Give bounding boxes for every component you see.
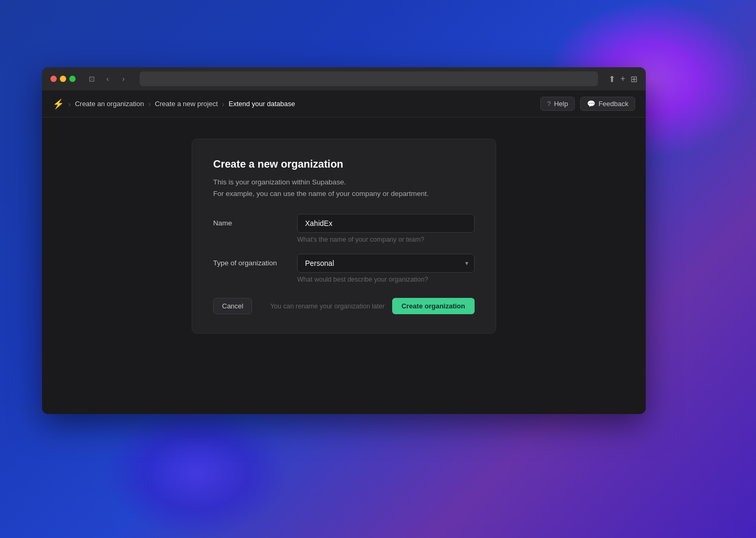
minimize-button[interactable]	[60, 76, 66, 82]
type-select[interactable]: Personal Company Team Education	[297, 254, 475, 273]
share-button[interactable]: ⬆	[608, 74, 615, 84]
card-description: This is your organization within Supabas…	[213, 177, 475, 199]
close-button[interactable]	[50, 76, 57, 82]
forward-button[interactable]: ›	[118, 73, 129, 85]
grid-button[interactable]: ⊞	[631, 74, 637, 84]
traffic-lights	[50, 76, 76, 82]
browser-titlebar: ⊡ ‹ › ⬆ + ⊞	[42, 67, 646, 90]
type-field-row: Type of organization Personal Company Te…	[213, 254, 475, 283]
name-input[interactable]	[297, 214, 475, 233]
type-hint: What would best describe your organizati…	[297, 276, 475, 283]
card-title: Create a new organization	[213, 158, 475, 170]
supabase-logo[interactable]: ⚡	[52, 98, 64, 110]
logo-icon: ⚡	[52, 98, 64, 110]
help-icon: ?	[547, 100, 551, 108]
type-select-wrap: Personal Company Team Education ▾	[297, 254, 475, 273]
header-actions: ? Help 💬 Feedback	[540, 97, 635, 111]
card-desc-line2: For example, you can use the name of you…	[213, 190, 428, 198]
window-mode-button[interactable]: ⊡	[86, 73, 98, 85]
name-label: Name	[213, 214, 287, 227]
name-field-row: Name What's the name of your company or …	[213, 214, 475, 243]
help-button[interactable]: ? Help	[540, 97, 575, 111]
cancel-button[interactable]: Cancel	[213, 298, 252, 314]
back-button[interactable]: ‹	[102, 73, 113, 85]
browser-controls: ⊡ ‹ ›	[86, 73, 129, 85]
breadcrumb-create-project[interactable]: Create a new project	[155, 100, 218, 108]
form-actions-right: You can rename your organization later C…	[270, 298, 475, 314]
feedback-icon: 💬	[587, 100, 595, 108]
help-label: Help	[554, 100, 568, 108]
name-hint: What's the name of your company or team?	[297, 236, 475, 243]
name-field-wrap: What's the name of your company or team?	[297, 214, 475, 243]
feedback-label: Feedback	[598, 100, 628, 108]
new-tab-button[interactable]: +	[621, 74, 625, 84]
breadcrumb-extend-db: Extend your database	[229, 100, 295, 108]
type-field-wrap: Personal Company Team Education ▾ What w…	[297, 254, 475, 283]
feedback-button[interactable]: 💬 Feedback	[580, 97, 635, 111]
fullscreen-button[interactable]	[69, 76, 76, 82]
breadcrumb-create-org[interactable]: Create an organization	[75, 100, 144, 108]
app-header: ⚡ › Create an organization › Create a ne…	[42, 90, 646, 118]
breadcrumb: ⚡ › Create an organization › Create a ne…	[52, 98, 295, 110]
card-desc-line1: This is your organization within Supabas…	[213, 178, 346, 186]
create-org-button[interactable]: Create organization	[392, 298, 475, 314]
address-bar[interactable]	[140, 71, 598, 86]
breadcrumb-sep-1: ›	[68, 100, 71, 108]
browser-actions: ⬆ + ⊞	[608, 74, 637, 84]
rename-hint: You can rename your organization later	[270, 303, 385, 310]
app-content: Create a new organization This is your o…	[42, 118, 646, 414]
create-org-card: Create a new organization This is your o…	[192, 139, 496, 334]
form-actions: Cancel You can rename your organization …	[213, 298, 475, 314]
bg-decoration-2	[105, 407, 289, 538]
browser-window: ⊡ ‹ › ⬆ + ⊞ ⚡ › Create an organization ›…	[42, 67, 646, 414]
breadcrumb-sep-3: ›	[222, 100, 225, 108]
breadcrumb-sep-2: ›	[148, 100, 151, 108]
type-label: Type of organization	[213, 254, 287, 267]
